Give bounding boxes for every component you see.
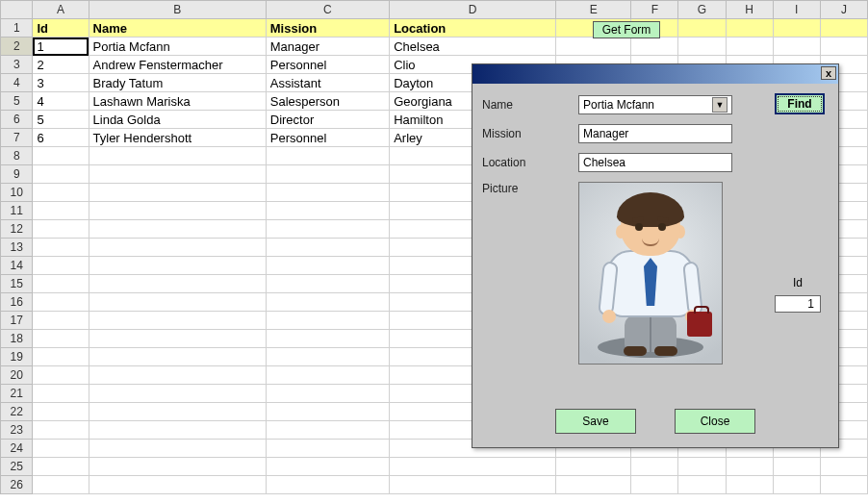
close-button[interactable]: Close (675, 409, 755, 434)
cell[interactable] (89, 458, 266, 476)
cell[interactable] (89, 293, 266, 312)
cell[interactable] (33, 312, 89, 330)
get-form-button[interactable]: Get Form (593, 21, 660, 38)
cell[interactable] (89, 440, 266, 458)
cell[interactable]: 3 (33, 74, 89, 92)
cell[interactable] (266, 403, 389, 421)
cell[interactable] (726, 19, 773, 38)
cell[interactable]: Tyler Hendershott (89, 129, 266, 147)
cell[interactable] (33, 220, 89, 239)
cell[interactable] (89, 312, 266, 330)
cell[interactable]: Personnel (266, 129, 389, 147)
cell[interactable] (266, 202, 389, 220)
col-header-J[interactable]: J (820, 1, 867, 19)
cell[interactable] (89, 476, 266, 494)
cell[interactable]: Name (89, 19, 266, 38)
cell[interactable] (773, 476, 820, 494)
save-button[interactable]: Save (555, 409, 636, 434)
cell[interactable]: Brady Tatum (89, 74, 266, 92)
find-button[interactable]: Find (775, 93, 825, 114)
col-header-H[interactable]: H (726, 1, 773, 19)
cell[interactable] (33, 165, 89, 184)
col-header-E[interactable]: E (556, 1, 631, 19)
id-field[interactable]: 1 (775, 295, 821, 313)
cell[interactable]: Mission (266, 19, 389, 38)
cell[interactable] (33, 476, 89, 494)
row-header[interactable]: 7 (1, 129, 33, 147)
row-header[interactable]: 5 (1, 92, 33, 111)
row-header[interactable]: 3 (1, 56, 33, 74)
cell[interactable] (89, 147, 266, 165)
cell[interactable] (678, 19, 726, 38)
cell[interactable]: Location (390, 19, 556, 38)
cell[interactable] (266, 366, 389, 385)
cell[interactable] (390, 458, 556, 476)
row-header[interactable]: 22 (1, 403, 33, 421)
row-header[interactable]: 9 (1, 165, 33, 184)
cell[interactable] (266, 293, 389, 312)
name-combobox[interactable]: Portia Mcfann ▼ (578, 95, 732, 114)
cell[interactable] (89, 385, 266, 403)
cell[interactable]: Salesperson (266, 92, 389, 111)
cell[interactable] (678, 458, 726, 476)
cell[interactable]: Director (266, 111, 389, 129)
cell[interactable]: 6 (33, 129, 89, 147)
row-header[interactable]: 11 (1, 202, 33, 220)
cell[interactable] (89, 257, 266, 275)
cell[interactable] (89, 239, 266, 257)
row-header[interactable]: 6 (1, 111, 33, 129)
cell[interactable] (820, 458, 867, 476)
cell[interactable] (631, 458, 678, 476)
cell[interactable]: Personnel (266, 56, 389, 74)
cell[interactable] (33, 458, 89, 476)
cell[interactable] (266, 239, 389, 257)
row-header[interactable]: 17 (1, 312, 33, 330)
row-header[interactable]: 26 (1, 476, 33, 494)
cell[interactable] (89, 275, 266, 293)
cell[interactable] (33, 330, 89, 348)
cell[interactable] (33, 275, 89, 293)
cell[interactable]: 2 (33, 56, 89, 74)
cell[interactable]: Lashawn Mariska (89, 92, 266, 111)
cell[interactable] (266, 184, 389, 202)
row-header[interactable]: 12 (1, 220, 33, 239)
cell[interactable] (390, 476, 556, 494)
cell[interactable] (631, 38, 678, 56)
cell[interactable] (266, 147, 389, 165)
cell[interactable] (33, 257, 89, 275)
cell[interactable] (266, 476, 389, 494)
row-header[interactable]: 10 (1, 184, 33, 202)
cell[interactable] (89, 330, 266, 348)
row-header[interactable]: 19 (1, 348, 33, 366)
cell[interactable] (266, 275, 389, 293)
cell[interactable] (266, 312, 389, 330)
cell[interactable] (266, 257, 389, 275)
col-header-I[interactable]: I (773, 1, 820, 19)
cell[interactable] (726, 38, 773, 56)
cell[interactable] (820, 38, 867, 56)
cell[interactable] (33, 440, 89, 458)
cell[interactable] (33, 239, 89, 257)
cell[interactable] (678, 476, 726, 494)
cell[interactable] (89, 165, 266, 184)
row-header[interactable]: 13 (1, 239, 33, 257)
cell[interactable] (89, 366, 266, 385)
cell[interactable] (556, 476, 631, 494)
cell[interactable] (89, 403, 266, 421)
cell[interactable] (678, 38, 726, 56)
cell[interactable]: Chelsea (390, 38, 556, 56)
cell[interactable]: 4 (33, 92, 89, 111)
cell[interactable] (266, 440, 389, 458)
cell[interactable] (556, 458, 631, 476)
row-header[interactable]: 2 (1, 38, 33, 56)
cell[interactable]: Portia Mcfann (89, 38, 266, 56)
row-header[interactable]: 4 (1, 74, 33, 92)
cell[interactable] (726, 476, 773, 494)
col-header-A[interactable]: A (33, 1, 89, 19)
col-header-B[interactable]: B (89, 1, 266, 19)
row-header[interactable]: 21 (1, 385, 33, 403)
col-header-F[interactable]: F (631, 1, 678, 19)
row-header[interactable]: 24 (1, 440, 33, 458)
location-field[interactable] (578, 153, 732, 172)
cell[interactable]: Andrew Fenstermacher (89, 56, 266, 74)
